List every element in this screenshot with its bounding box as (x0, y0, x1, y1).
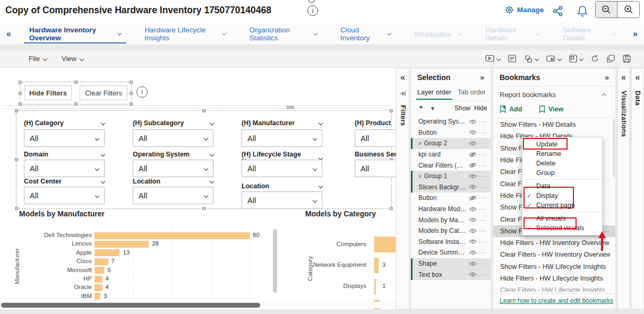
visibility-eye-off-icon[interactable] (469, 195, 477, 201)
share-icon[interactable] (552, 5, 564, 17)
bar[interactable] (95, 232, 250, 239)
chevron-down-icon[interactable] (204, 166, 208, 170)
chevron-down-icon[interactable] (313, 166, 317, 170)
visibility-eye-off-icon[interactable] (469, 162, 477, 168)
more-options-icon[interactable]: ··· (479, 162, 486, 169)
bar[interactable] (95, 284, 102, 291)
slicer-dropdown--h-manufacturer[interactable]: All (242, 129, 322, 147)
tab-tab-order[interactable]: Tab order (458, 89, 486, 96)
tab-introduction[interactable]: Introduction (402, 23, 474, 45)
resize-handle[interactable] (287, 106, 294, 109)
more-options-icon[interactable]: ··· (479, 118, 486, 125)
slicer-dropdown--h-subcategory[interactable]: All (133, 129, 213, 147)
chevron-down-icon[interactable] (319, 121, 323, 125)
bar[interactable] (95, 258, 108, 265)
chevron-down-icon[interactable] (210, 121, 214, 125)
layer-item[interactable]: Hardware Models De...··· (411, 204, 491, 215)
bookmark-item[interactable]: Clear Filters - HW Lifecycle Insights (493, 284, 615, 292)
slicer-header--h-category[interactable]: (H) Category (24, 119, 105, 127)
more-options-icon[interactable]: ··· (479, 184, 486, 190)
visibility-eye-off-icon[interactable] (469, 152, 477, 158)
bar[interactable] (95, 293, 100, 300)
bookmark-item[interactable]: Show Filters - HW Details (493, 119, 615, 130)
bar[interactable] (95, 249, 119, 256)
hide-all-button[interactable]: Hide (474, 104, 487, 112)
context-menu-item-rename[interactable]: Rename (522, 149, 602, 159)
layer-item[interactable]: >Group 2··· (411, 138, 491, 149)
tab-hardware-inventory-overview[interactable]: Hardware Inventory Overview (18, 23, 133, 45)
more-options-icon[interactable]: ··· (479, 249, 486, 256)
text-box-button[interactable] (506, 54, 518, 64)
bookmark-item[interactable]: Clear Filters - HW Inventory Overview (493, 249, 615, 260)
chevron-down-icon[interactable] (313, 198, 317, 202)
slicer-dropdown--h-product[interactable]: All (355, 129, 396, 147)
zoom-out-button[interactable] (596, 2, 617, 18)
context-menu-item-delete[interactable]: Delete (522, 159, 602, 168)
move-layer-down-icon[interactable]: ▼ (430, 106, 435, 111)
more-options-icon[interactable]: ··· (479, 140, 486, 146)
visibility-eye-icon[interactable] (469, 228, 477, 234)
layer-item[interactable]: Button··· (411, 193, 491, 204)
notifications-icon[interactable] (577, 5, 588, 18)
resize-handle[interactable] (19, 92, 22, 95)
chevron-down-icon[interactable] (210, 152, 214, 156)
expand-group-icon[interactable]: > (418, 141, 422, 146)
slicer-header--h-manufacturer[interactable]: (H) Manufacturer (242, 119, 322, 127)
slicer-header--h-subcategory[interactable]: (H) Subcategory (133, 119, 213, 127)
chevron-down-icon[interactable] (118, 31, 122, 36)
view-bookmarks-button[interactable]: View (539, 106, 563, 113)
slicer-header-business-ser[interactable]: Business Ser (355, 151, 396, 158)
more-options-icon[interactable]: ··· (479, 129, 486, 136)
zoom-in-button[interactable] (617, 2, 639, 18)
visibility-eye-icon[interactable] (469, 250, 477, 256)
expand-data-icon[interactable]: « (636, 73, 640, 82)
layer-item[interactable]: Models by Manufact...··· (411, 214, 491, 225)
slicer-dropdown-business-ser[interactable]: All (355, 160, 396, 177)
bar[interactable] (374, 237, 396, 252)
slicer-dropdown-domain[interactable]: All (24, 160, 105, 177)
refresh-button[interactable] (589, 54, 600, 64)
layer-item[interactable]: >Group 1··· (411, 171, 491, 182)
more-options-icon[interactable]: ··· (479, 206, 486, 212)
more-options-icon[interactable]: ··· (479, 239, 486, 245)
layer-item[interactable]: Software Installed on ...··· (411, 237, 491, 248)
more-options-icon[interactable]: ··· (479, 195, 486, 201)
more-options-icon[interactable]: ··· (479, 228, 486, 234)
slicer-dropdown-operating-system[interactable]: All (133, 160, 213, 177)
resize-handle[interactable] (19, 81, 22, 84)
more-options-icon[interactable]: ··· (479, 217, 486, 223)
layer-item[interactable]: Clear Filters (Show)··· (411, 160, 491, 171)
collapse-bookmarks-icon[interactable]: » (605, 73, 609, 82)
tab-cloud-inventory[interactable]: Cloud Inventory (329, 23, 402, 45)
bookmark-item[interactable]: Hide Filters - HW Inventory Overview (493, 237, 615, 249)
more-options-icon[interactable]: ··· (479, 260, 486, 267)
tabs-scroll-right-icon[interactable]: » (626, 29, 644, 39)
hide-filters-button[interactable]: Hide Filters (24, 85, 72, 100)
visibility-eye-icon[interactable] (469, 129, 477, 135)
tab-hardware-details[interactable]: Hardware Details (474, 23, 551, 45)
resize-handle[interactable] (15, 158, 18, 161)
bar[interactable] (374, 258, 379, 273)
more-options-icon[interactable]: ··· (479, 272, 486, 278)
chevron-down-icon[interactable] (313, 136, 317, 140)
bookmark-item[interactable]: Show Filters - HW Lifecycle Insights (493, 261, 615, 273)
expand-filters-icon[interactable]: « (400, 73, 405, 82)
layer-item[interactable]: Shape··· (411, 258, 491, 269)
collapse-section-icon[interactable] (602, 93, 606, 98)
chevron-down-icon[interactable] (222, 31, 227, 36)
chevron-down-icon[interactable] (210, 179, 214, 184)
report-bookmarks-section-header[interactable]: Report bookmarks (500, 91, 556, 99)
bookmarks-scrollbar[interactable] (613, 119, 615, 177)
slideshow-button[interactable] (484, 54, 502, 64)
expand-group-icon[interactable]: > (418, 173, 422, 179)
visibility-eye-icon[interactable] (469, 272, 477, 277)
visibility-eye-icon[interactable] (469, 173, 477, 179)
clear-filters-button[interactable]: Clear Filters (80, 85, 127, 100)
slicer-header--h-product[interactable]: (H) Product (355, 119, 396, 127)
move-layer-up-icon[interactable]: ▲ (418, 103, 424, 109)
slicer-dropdown-cost-center[interactable]: All (24, 187, 105, 204)
chevron-down-icon[interactable] (612, 31, 616, 36)
buttons-button[interactable] (545, 54, 563, 64)
layer-item[interactable]: Models by Category··· (411, 225, 491, 237)
info-icon[interactable]: i (307, 5, 318, 16)
